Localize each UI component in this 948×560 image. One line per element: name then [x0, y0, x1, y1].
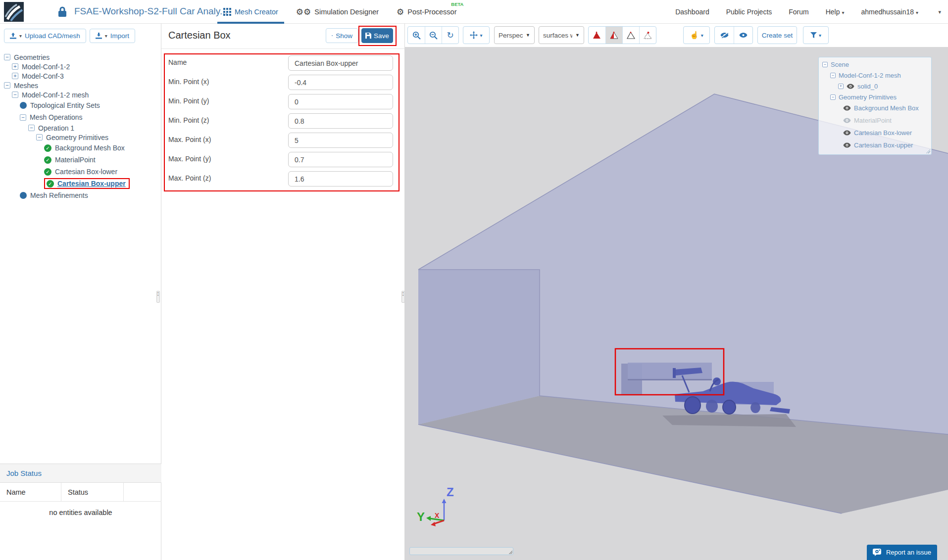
nav-user-menu[interactable]: ahmedhussain18 ▾ [861, 8, 918, 16]
reset-view-button[interactable]: ↻ [442, 27, 458, 44]
collapse-icon[interactable]: − [822, 62, 828, 67]
tree-item-operation-1[interactable]: −Operation 1 [0, 123, 161, 133]
zoom-in-button[interactable] [408, 27, 425, 44]
hide-selected-button[interactable] [715, 27, 734, 44]
scene-node-solid-0[interactable]: + solid_0 [819, 82, 931, 91]
tree-label: Background Mesh Box [55, 144, 125, 152]
tree-item-geometries[interactable]: −Geometries [0, 52, 161, 62]
tree-label: Operation 1 [38, 124, 74, 132]
expand-icon[interactable]: + [838, 84, 844, 89]
name-field[interactable] [288, 55, 393, 71]
scene-node-scene[interactable]: −Scene [819, 60, 931, 69]
upload-cad-mesh-button[interactable]: ▾ Upload CAD/mesh [4, 29, 86, 43]
tree-item-geometry-primitives[interactable]: −Geometry Primitives [0, 133, 161, 142]
show-selected-button[interactable] [734, 27, 752, 44]
tree-label: MaterialPoint [55, 156, 96, 164]
scene-label: MaterialPoint [854, 117, 892, 124]
collapse-icon[interactable]: − [28, 125, 35, 131]
render-solid-wireframe-button[interactable] [605, 27, 622, 44]
tree-item-background-mesh-box[interactable]: ✓Background Mesh Box [0, 142, 161, 154]
properties-panel: Cartesian Box Show Save Name Min. Point … [161, 24, 405, 560]
tree-item-model-conf-3[interactable]: +Model-Conf-3 [0, 71, 161, 81]
scene-node-background-mesh-box[interactable]: Background Mesh Box [819, 104, 931, 112]
nav-dashboard[interactable]: Dashboard [675, 8, 709, 16]
projection-value: Perspective [499, 32, 523, 39]
axis-z-label: Z [447, 485, 454, 499]
sidebar-resize-handle[interactable]: ▪▪ [156, 291, 160, 303]
viewport-note-input[interactable] [409, 547, 513, 555]
scene-tree-overlay[interactable]: −Scene −Model-Conf-1-2 mesh + solid_0 −G… [818, 57, 932, 155]
scene-node-materialpoint[interactable]: MaterialPoint [819, 116, 931, 125]
note-resize-grip[interactable] [508, 550, 512, 554]
visibility-eye-icon[interactable] [843, 130, 851, 136]
scene-node-mesh[interactable]: −Model-Conf-1-2 mesh [819, 71, 931, 80]
tree-item-mesh-refinements[interactable]: Mesh Refinements [0, 189, 161, 201]
collapse-icon[interactable]: − [12, 92, 18, 98]
tree-item-topological-entity-sets[interactable]: Topological Entity Sets [0, 99, 161, 111]
tab-post-processor[interactable]: ⚙ Post-Processor BETA [388, 0, 465, 24]
max-point-x-field[interactable] [288, 133, 393, 148]
tree-item-model-conf-1-2-mesh[interactable]: −Model-Conf-1-2 mesh [0, 90, 161, 99]
collapse-icon[interactable]: − [830, 94, 836, 100]
nav-public-projects[interactable]: Public Projects [726, 8, 772, 16]
visibility-eye-icon[interactable] [847, 84, 854, 89]
select-mode-button[interactable]: ☝ ▾ [684, 27, 709, 44]
surface-mode-value: surfaces with v [543, 32, 572, 39]
zoom-in-icon [412, 31, 421, 40]
axis-x-label: X [435, 512, 440, 519]
min-point-z-field[interactable] [288, 113, 393, 129]
lock-icon [57, 6, 67, 18]
grid-icon [223, 8, 231, 16]
simscale-logo-icon[interactable] [4, 2, 24, 22]
show-button[interactable]: Show [326, 28, 358, 43]
nav-help-menu[interactable]: Help ▾ [826, 8, 845, 16]
tree-item-meshes[interactable]: −Meshes [0, 81, 161, 90]
viewport-3d-canvas[interactable]: Z Y X −Scene −Model-Conf-1-2 mesh + soli… [405, 47, 948, 560]
zoom-out-button[interactable] [425, 27, 442, 44]
scene-node-cartesian-box-lower[interactable]: Cartesian Box-lower [819, 129, 931, 137]
surface-mode-select[interactable]: surfaces with v ▼ [539, 26, 584, 44]
min-point-x-field[interactable] [288, 75, 393, 90]
visibility-eye-icon[interactable] [843, 105, 851, 111]
create-set-button[interactable]: Create set [757, 26, 797, 44]
filter-button[interactable]: ▾ [803, 27, 828, 44]
collapse-icon[interactable]: − [4, 82, 10, 89]
projection-select[interactable]: Perspective ▼ [494, 26, 535, 44]
expand-icon[interactable]: + [12, 73, 18, 79]
collapse-icon[interactable]: − [20, 114, 26, 121]
render-solid-button[interactable] [589, 27, 605, 44]
expand-icon[interactable]: + [12, 63, 18, 70]
panel-resize-handle[interactable]: ▪▪ [401, 291, 405, 303]
job-status-panel: Job Status Name Status no entities avail… [0, 464, 161, 560]
chevron-down-icon: ▾ [701, 33, 703, 38]
collapse-icon[interactable]: − [830, 73, 836, 78]
navbar-overflow-menu[interactable]: ▾ [938, 9, 941, 15]
render-wireframe-button[interactable] [622, 27, 639, 44]
visibility-eye-icon[interactable] [843, 118, 851, 123]
tree-item-mesh-operations[interactable]: −Mesh Operations [0, 111, 161, 123]
max-point-y-field[interactable] [288, 152, 393, 167]
tree-item-model-conf-1-2[interactable]: +Model-Conf-1-2 [0, 62, 161, 71]
scene-node-geometry-primitives[interactable]: −Geometry Primitives [819, 93, 931, 101]
tree-item-cartesian-box-upper[interactable]: ✓ Cartesian Box-upper [0, 178, 161, 189]
render-points-button[interactable] [639, 27, 656, 44]
scene-node-cartesian-box-upper[interactable]: Cartesian Box-upper [819, 141, 931, 149]
nav-forum[interactable]: Forum [789, 8, 808, 16]
max-point-z-field[interactable] [288, 171, 393, 187]
tree-item-materialpoint[interactable]: ✓MaterialPoint [0, 154, 161, 166]
tab-simulation-designer[interactable]: ⚙⚙ Simulation Designer [287, 0, 388, 24]
pan-mode-button[interactable]: ▾ [463, 27, 489, 44]
project-title[interactable]: FSAE-Workshop-S2-Full Car Analy... [74, 6, 228, 17]
project-tree: −Geometries +Model-Conf-1-2 +Model-Conf-… [0, 52, 161, 201]
collapse-icon[interactable]: − [36, 134, 43, 140]
import-button[interactable]: ▾ Import [90, 29, 135, 43]
collapse-icon[interactable]: − [4, 54, 10, 60]
overlay-resize-grip[interactable] [926, 149, 930, 153]
tab-mesh-creator[interactable]: Mesh Creator [214, 0, 287, 24]
report-issue-button[interactable]: Report an issue [867, 545, 937, 560]
visibility-eye-icon[interactable] [843, 142, 851, 148]
save-button[interactable]: Save [361, 28, 393, 43]
tree-item-cartesian-box-lower[interactable]: ✓Cartesian Box-lower [0, 166, 161, 178]
tab-label: Mesh Creator [235, 8, 278, 16]
min-point-y-field[interactable] [288, 94, 393, 109]
